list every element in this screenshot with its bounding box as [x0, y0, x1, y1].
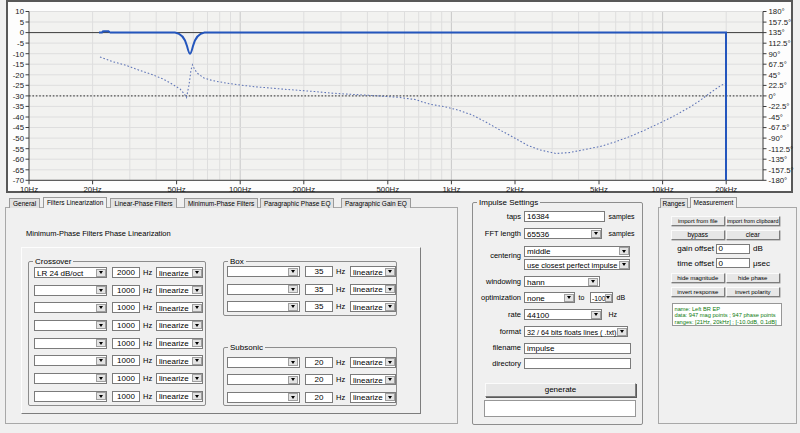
svg-text:-10: -10	[13, 50, 25, 59]
svg-text:-15: -15	[13, 60, 25, 69]
svg-text:500Hz: 500Hz	[377, 185, 400, 194]
svg-text:0°: 0°	[769, 92, 776, 101]
svg-text:-112.5°: -112.5°	[769, 145, 794, 154]
svg-text:157.5°: 157.5°	[769, 18, 792, 27]
svg-text:-40: -40	[13, 113, 25, 122]
svg-text:-135°: -135°	[769, 155, 788, 164]
svg-text:90°: 90°	[769, 50, 781, 59]
svg-text:10Hz: 10Hz	[20, 185, 38, 194]
svg-text:5kHz: 5kHz	[590, 185, 608, 194]
svg-text:-50: -50	[13, 134, 25, 143]
svg-text:1kHz: 1kHz	[443, 185, 461, 194]
svg-text:-35: -35	[13, 102, 25, 111]
svg-text:22.5°: 22.5°	[769, 81, 787, 90]
svg-text:180°: 180°	[769, 7, 785, 16]
svg-text:5: 5	[20, 18, 25, 27]
svg-text:-5: -5	[17, 39, 25, 48]
svg-text:2kHz: 2kHz	[506, 185, 524, 194]
svg-text:-157.5°: -157.5°	[769, 166, 794, 175]
svg-text:-25: -25	[13, 81, 25, 90]
svg-text:-20: -20	[13, 71, 25, 80]
svg-text:0: 0	[20, 28, 25, 37]
svg-text:-30: -30	[13, 92, 25, 101]
svg-text:-22.5°: -22.5°	[769, 102, 790, 111]
svg-text:-45: -45	[13, 123, 25, 132]
svg-text:135°: 135°	[769, 28, 785, 37]
svg-text:-45°: -45°	[769, 113, 783, 122]
svg-text:-90°: -90°	[769, 134, 783, 143]
svg-text:67.5°: 67.5°	[769, 60, 787, 69]
svg-text:-70: -70	[13, 176, 25, 185]
svg-text:-60: -60	[13, 155, 25, 164]
svg-text:200Hz: 200Hz	[293, 185, 316, 194]
svg-text:20Hz: 20Hz	[83, 185, 101, 194]
svg-text:50Hz: 50Hz	[167, 185, 185, 194]
svg-text:-67.5°: -67.5°	[769, 123, 790, 132]
svg-text:-180°: -180°	[769, 176, 788, 185]
svg-text:10: 10	[15, 7, 24, 16]
svg-text:10kHz: 10kHz	[652, 185, 674, 194]
svg-text:100Hz: 100Hz	[229, 185, 252, 194]
svg-text:20kHz: 20kHz	[715, 185, 737, 194]
svg-text:-55: -55	[13, 145, 25, 154]
svg-text:45°: 45°	[769, 71, 781, 80]
svg-text:-65: -65	[13, 166, 25, 175]
svg-text:112.5°: 112.5°	[769, 39, 791, 48]
